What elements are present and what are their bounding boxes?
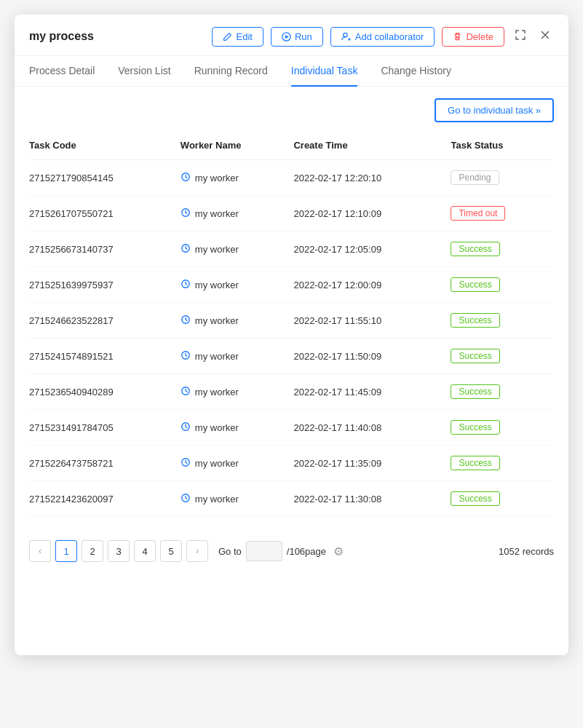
tab-change-history[interactable]: Change History [381,56,451,87]
cell-create-time: 2022-02-17 11:30:08 [293,481,451,517]
goto-individual-task-button[interactable]: Go to individual task » [435,98,554,122]
records-count: 1052 records [499,546,554,557]
cell-task-status: Success [451,303,554,339]
pagination: ‹ 1 2 3 4 5 › Go to /106page ⚙ 1052 reco… [29,531,554,562]
worker-name: my worker [195,351,239,362]
cell-create-time: 2022-02-17 11:40:08 [293,410,451,446]
cell-create-time: 2022-02-17 11:50:09 [293,339,451,374]
worker-name: my worker [195,422,239,433]
table-row: 2715246623522817 my worker 2022-02-17 11… [29,303,554,339]
table-body: 2715271790854145 my worker 2022-02-17 12… [29,160,554,517]
status-badge: Pending [451,170,499,185]
add-collaborator-button[interactable]: Add collaborator [330,27,435,47]
tab-content: Go to individual task » Task Code Worker… [15,87,568,574]
cell-task-status: Success [451,232,554,267]
cell-task-status: Success [451,267,554,303]
run-button[interactable]: Run [271,27,323,47]
worker-icon [181,493,191,505]
table-row: 2715236540940289 my worker 2022-02-17 11… [29,374,554,410]
table-row: 2715241574891521 my worker 2022-02-17 11… [29,339,554,374]
worker-icon [181,314,191,327]
col-task-code: Task Code [29,134,181,160]
worker-name: my worker [195,494,239,505]
header-actions: Edit Run Add collaborator [212,26,554,47]
cell-task-status: Success [451,410,554,446]
status-badge: Success [451,384,499,399]
worker-icon [181,386,191,398]
cell-worker-name: my worker [181,303,294,339]
worker-icon [181,243,191,256]
page-btn-5[interactable]: 5 [160,540,182,562]
prev-page-button[interactable]: ‹ [29,540,51,562]
close-icon [539,29,551,41]
worker-name: my worker [195,244,239,255]
table-row: 2715261707550721 my worker 2022-02-17 12… [29,196,554,232]
modal-title: my process [29,30,94,43]
worker-icon [181,457,191,470]
cell-task-code: 2715241574891521 [29,339,181,374]
delete-button[interactable]: Delete [442,27,504,47]
cell-worker-name: my worker [181,232,294,267]
next-page-button[interactable]: › [186,540,208,562]
col-task-status: Task Status [451,134,554,160]
cell-worker-name: my worker [181,339,294,374]
worker-icon [181,207,191,220]
page-btn-4[interactable]: 4 [134,540,156,562]
worker-icon [181,422,191,434]
run-icon [282,32,291,41]
cell-task-status: Success [451,339,554,374]
status-badge: Success [451,349,499,363]
edit-button[interactable]: Edit [212,27,263,47]
cell-worker-name: my worker [181,160,294,196]
cell-task-code: 2715226473758721 [29,446,181,481]
goto-page: Go to /106page [218,541,326,561]
worker-name: my worker [195,173,239,183]
tab-individual-task[interactable]: Individual Task [291,56,358,87]
status-badge: Timed out [451,206,505,221]
tab-running-record[interactable]: Running Record [194,56,268,87]
table-row: 2715231491784705 my worker 2022-02-17 11… [29,410,554,446]
expand-icon [515,29,526,41]
table-header: Task Code Worker Name Create Time Task S… [29,134,554,160]
page-btn-2[interactable]: 2 [82,540,103,562]
page-btn-3[interactable]: 3 [108,540,130,562]
worker-name: my worker [195,208,239,219]
cell-task-code: 2715246623522817 [29,303,181,339]
goto-label: Go to [218,546,242,557]
svg-point-2 [343,33,346,36]
table-row: 2715256673140737 my worker 2022-02-17 12… [29,232,554,267]
cell-task-code: 2715271790854145 [29,160,181,196]
page-btn-1[interactable]: 1 [55,540,77,562]
edit-icon [223,32,232,41]
worker-icon [181,172,191,184]
col-create-time: Create Time [293,134,451,160]
cell-worker-name: my worker [181,481,294,517]
cell-task-status: Success [451,446,554,481]
status-badge: Success [451,456,499,470]
cell-worker-name: my worker [181,267,294,303]
cell-task-status: Pending [451,160,554,196]
close-button[interactable] [536,26,554,47]
table-row: 2715221423620097 my worker 2022-02-17 11… [29,481,554,517]
delete-icon [453,32,462,41]
cell-task-code: 2715221423620097 [29,481,181,517]
col-worker-name: Worker Name [181,134,294,160]
status-badge: Success [451,420,499,435]
cell-create-time: 2022-02-17 12:00:09 [293,267,451,303]
tab-version-list[interactable]: Version List [118,56,170,87]
worker-name: my worker [195,280,239,290]
table-row: 2715226473758721 my worker 2022-02-17 11… [29,446,554,481]
worker-icon [181,279,191,291]
cell-worker-name: my worker [181,374,294,410]
goto-page-input[interactable] [246,541,282,561]
table-settings-icon[interactable]: ⚙ [333,545,344,558]
add-collaborator-icon [341,32,352,41]
tab-process-detail[interactable]: Process Detail [29,56,95,87]
tab-bar: Process Detail Version List Running Reco… [15,56,568,87]
task-table: Task Code Worker Name Create Time Task S… [29,134,554,517]
cell-task-code: 2715231491784705 [29,410,181,446]
expand-button[interactable] [512,26,529,47]
status-badge: Success [451,491,499,506]
page-suffix: /106page [287,546,326,557]
cell-task-status: Success [451,481,554,517]
